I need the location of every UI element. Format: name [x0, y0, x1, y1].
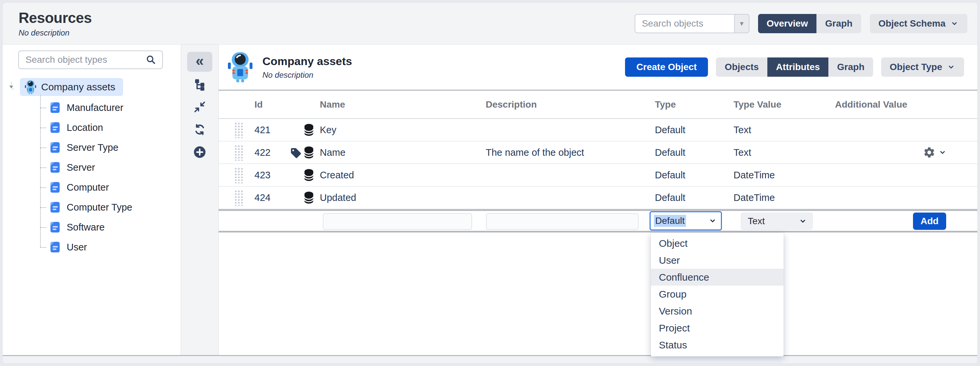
robot-avatar [227, 51, 253, 83]
search-objects-input[interactable] [635, 14, 734, 33]
object-type-subtitle: No description [262, 70, 352, 80]
tree-root-row: Company assets [3, 78, 181, 96]
search-icon [146, 54, 156, 65]
attribute-name: Key [320, 125, 486, 136]
sidebar-item-server-type[interactable]: Server Type [40, 137, 181, 157]
type-option-version[interactable]: Version [651, 302, 784, 320]
graph-view-button[interactable]: Graph [816, 14, 861, 33]
add-attribute-button[interactable]: Add [913, 213, 946, 230]
type-option-group[interactable]: Group [651, 286, 784, 302]
refresh-button[interactable] [187, 120, 212, 139]
tab-graph[interactable]: Graph [828, 58, 873, 77]
database-icon [303, 146, 315, 159]
object-type-tree: Company assets Manufacturer Location Ser… [3, 78, 181, 257]
database-icon [303, 123, 315, 136]
column-type: Type [655, 99, 733, 110]
column-id: Id [255, 99, 283, 110]
attribute-id: 421 [255, 125, 283, 136]
attribute-row-421: 421 Key Default Text [219, 119, 977, 141]
double-chevron-left-icon: « [196, 53, 204, 68]
attribute-name: Name [320, 147, 486, 158]
label-tag-icon [290, 147, 302, 159]
database-icon [303, 191, 315, 204]
tree-collapse-caret-icon[interactable] [3, 82, 20, 92]
sidebar-item-computer-type[interactable]: Computer Type [40, 197, 181, 217]
attributes-table-header: Id Name Description Type Type Value Addi… [219, 91, 977, 119]
type-option-confluence[interactable]: Confluence [651, 269, 784, 286]
sidebar-item-software[interactable]: Software [40, 217, 181, 237]
type-option-object[interactable]: Object [651, 235, 784, 252]
type-option-project[interactable]: Project [651, 320, 784, 336]
sidebar-toolbar: « [181, 45, 219, 355]
chevron-down-icon [708, 217, 717, 225]
schema-header: Resources No description ▾ Overview Grap… [3, 3, 977, 45]
object-type-title: Company assets [262, 55, 352, 68]
column-type-value: Type Value [733, 99, 835, 110]
object-type-icon [49, 122, 61, 133]
tree-children: Manufacturer Location Server Type Server [40, 97, 181, 257]
topbar-controls: ▾ Overview Graph Object Schema [635, 14, 967, 33]
type-option-status[interactable]: Status [651, 336, 784, 353]
tree-structure-icon [193, 78, 206, 91]
attribute-id: 424 [255, 192, 283, 203]
tab-objects[interactable]: Objects [716, 58, 767, 77]
sidebar-item-company-assets[interactable]: Company assets [20, 78, 123, 96]
table-bottom-divider [219, 231, 977, 232]
attribute-name: Updated [320, 192, 486, 203]
create-object-button[interactable]: Create Object [625, 58, 708, 77]
sidebar-item-location[interactable]: Location [40, 118, 181, 137]
object-type-actions: Create Object Objects Attributes Graph O… [625, 58, 964, 77]
collapse-arrows-icon [193, 101, 206, 113]
attribute-row-422: 422 Name The name of the object Default … [219, 141, 977, 164]
tab-attributes[interactable]: Attributes [767, 58, 828, 77]
type-option-user[interactable]: User [651, 252, 784, 269]
app-window: Resources No description ▾ Overview Grap… [3, 3, 977, 363]
sidebar-item-computer[interactable]: Computer [40, 177, 181, 197]
drag-handle[interactable] [234, 167, 243, 183]
footer-strip [3, 355, 977, 363]
add-object-type-button[interactable] [187, 142, 212, 162]
attribute-row-423: 423 Created Default DateTime [219, 164, 977, 187]
object-type-icon [49, 162, 61, 173]
object-type-icon [49, 142, 61, 153]
gear-icon[interactable] [923, 146, 935, 159]
tree-structure-button[interactable] [187, 74, 212, 94]
object-type-menu-button[interactable]: Object Type [881, 58, 964, 77]
new-attribute-name-input[interactable] [323, 213, 472, 230]
search-object-types-input[interactable] [25, 54, 146, 65]
column-additional-value: Additional Value [835, 99, 966, 110]
attribute-description: The name of the object [486, 147, 655, 158]
object-schema-button[interactable]: Object Schema [870, 14, 967, 33]
chevron-down-icon [950, 19, 959, 28]
collapse-all-button[interactable] [187, 97, 212, 117]
tab-switcher: Objects Attributes Graph [716, 58, 873, 77]
chevron-down-icon [799, 217, 807, 225]
sidebar-item-server[interactable]: Server [40, 157, 181, 177]
new-attribute-type-value-select[interactable]: Text [741, 213, 813, 230]
attribute-type: Default [655, 192, 733, 203]
object-type-icon [49, 222, 61, 233]
object-type-panel: Company assets No description Create Obj… [219, 45, 977, 355]
object-type-icon [49, 201, 61, 213]
sidebar-item-user[interactable]: User [40, 237, 181, 257]
robot-icon [25, 80, 37, 94]
search-options-dropdown-button[interactable]: ▾ [734, 14, 749, 33]
new-attribute-description-input[interactable] [486, 213, 639, 230]
drag-handle[interactable] [234, 144, 243, 161]
collapse-panel-button[interactable]: « [187, 52, 212, 72]
attribute-name: Created [320, 170, 486, 181]
drag-handle[interactable] [234, 189, 243, 206]
new-attribute-type-select[interactable]: Default [649, 211, 722, 230]
overview-button[interactable]: Overview [758, 14, 817, 33]
object-type-header: Company assets No description Create Obj… [219, 45, 977, 91]
object-type-title-block: Company assets No description [262, 55, 352, 80]
chevron-down-icon[interactable] [938, 148, 947, 157]
sidebar-item-manufacturer[interactable]: Manufacturer [40, 97, 181, 118]
column-description: Description [486, 99, 655, 110]
add-attribute-row: Default Text Add [219, 209, 977, 231]
attribute-type-value: Text [733, 147, 835, 158]
type-select-dropdown: Object User Confluence Group Version Pro… [651, 233, 784, 356]
attribute-type: Default [655, 147, 733, 158]
page-subtitle: No description [19, 28, 92, 38]
drag-handle[interactable] [234, 121, 243, 138]
